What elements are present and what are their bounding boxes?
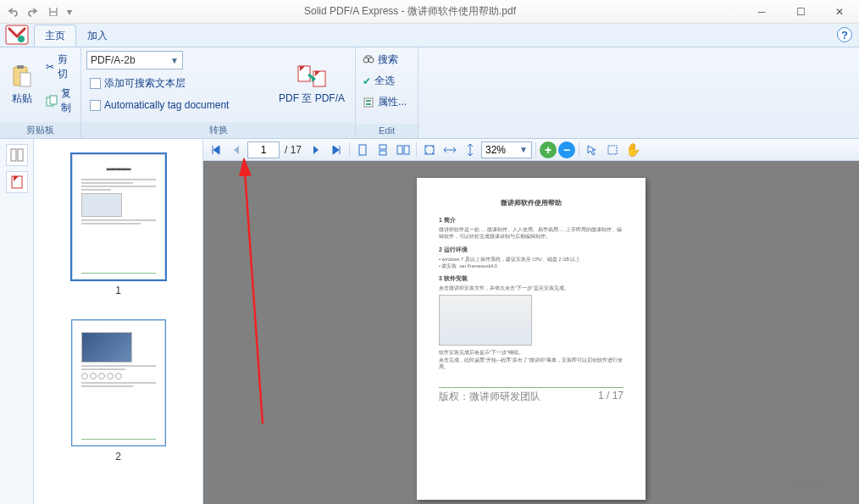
window-title: Solid PDF/A Express - 微讲师软件使用帮助.pdf [78, 4, 742, 19]
checkbox-icon [90, 100, 101, 111]
pdf-to-pdfa-label: PDF 至 PDF/A [279, 91, 345, 106]
select-all-button[interactable]: ✔全选 [359, 72, 410, 90]
chevron-down-icon: ▼ [170, 56, 179, 65]
check-icon: ✔ [363, 75, 371, 87]
select-tool-button[interactable] [583, 141, 601, 159]
binoculars-icon [363, 54, 374, 66]
thumbnail-number: 1 [115, 285, 121, 296]
svg-rect-1 [51, 8, 56, 11]
svg-rect-16 [366, 103, 371, 105]
zoom-in-button[interactable]: + [540, 141, 557, 158]
svg-rect-23 [397, 146, 402, 154]
properties-button[interactable]: 属性... [359, 93, 410, 111]
svg-rect-2 [51, 13, 56, 15]
page-total-label: / 17 [281, 144, 305, 156]
checkbox-icon [90, 78, 101, 89]
pdfa-version-combo[interactable]: PDF/A-2b▼ [86, 51, 183, 69]
svg-rect-26 [608, 146, 617, 154]
single-page-view-button[interactable] [353, 141, 372, 159]
svg-rect-6 [17, 65, 24, 69]
paste-button[interactable]: 粘贴 [5, 51, 39, 119]
checkbox-auto-tag[interactable]: Automatically tag document [86, 97, 232, 113]
first-page-button[interactable] [207, 141, 225, 159]
installer-screenshot [439, 295, 532, 346]
next-page-button[interactable] [307, 141, 325, 159]
help-icon[interactable]: ? [837, 27, 852, 42]
side-icon-rail [0, 139, 34, 504]
quick-access-toolbar: ▾ [0, 3, 78, 21]
marquee-tool-button[interactable] [603, 141, 622, 159]
app-logo[interactable] [0, 23, 34, 47]
cut-button[interactable]: ✂剪切 [42, 51, 75, 83]
page-canvas[interactable]: 微讲师软件使用帮助 1 简介微讲师软件是一款......微课制作、人人使用、易学… [203, 161, 859, 504]
copy-button[interactable]: 复制 [42, 85, 75, 117]
group-convert: PDF/A-2b▼ 添加可搜索文本层 Automatically tag doc… [81, 47, 356, 138]
thumbnail-page-2[interactable] [72, 320, 165, 446]
zoom-out-button[interactable]: − [558, 141, 575, 158]
tab-home[interactable]: 主页 [34, 25, 76, 47]
svg-rect-20 [359, 145, 366, 155]
close-button[interactable]: ✕ [820, 0, 859, 24]
group-edit-label: Edit [356, 124, 418, 138]
continuous-view-button[interactable] [374, 141, 392, 159]
fit-height-button[interactable] [461, 141, 479, 159]
titlebar: ▾ Solid PDF/A Express - 微讲师软件使用帮助.pdf ─ … [0, 0, 859, 24]
hand-icon: ✋ [625, 142, 641, 158]
pdf-to-pdfa-button[interactable]: PDF 至 PDF/A [274, 51, 350, 119]
thumbnail-panel: ━━━━ 1 2 [34, 139, 203, 504]
svg-point-4 [18, 36, 25, 42]
chevron-down-icon: ▼ [519, 145, 528, 154]
svg-rect-21 [380, 145, 386, 149]
document-viewer: / 17 32%▼ + − ✋ 微讲师软件使用帮助 1 简介微讲师软件是一款..… [203, 139, 859, 504]
page-number-input[interactable] [247, 141, 280, 158]
scissors-icon: ✂ [46, 61, 54, 73]
svg-rect-9 [50, 96, 57, 104]
thumbnails-panel-button[interactable] [6, 144, 28, 166]
minimize-button[interactable]: ─ [742, 0, 781, 24]
svg-rect-15 [366, 100, 371, 102]
svg-rect-19 [12, 176, 22, 188]
svg-rect-17 [11, 149, 16, 161]
svg-rect-22 [380, 151, 386, 155]
maximize-button[interactable]: ☐ [781, 0, 820, 24]
thumbnail-item[interactable]: 2 [72, 320, 165, 462]
properties-icon [363, 97, 374, 108]
zoom-combo[interactable]: 32%▼ [481, 141, 532, 158]
qat-redo[interactable] [24, 3, 42, 21]
group-edit: 搜索 ✔全选 属性... Edit [356, 47, 418, 138]
thumbnail-number: 2 [115, 451, 121, 462]
copy-icon [46, 95, 58, 107]
qat-dropdown[interactable]: ▾ [64, 3, 75, 21]
viewer-toolbar: / 17 32%▼ + − ✋ [203, 139, 859, 161]
page-content: 微讲师软件使用帮助 1 简介微讲师软件是一款......微课制作、人人使用、易学… [417, 178, 646, 500]
svg-rect-24 [404, 146, 409, 154]
group-convert-label: 转换 [81, 122, 355, 139]
search-button[interactable]: 搜索 [359, 51, 410, 69]
facing-view-button[interactable] [394, 141, 413, 159]
doc-title: 微讲师软件使用帮助 [439, 198, 623, 208]
window-controls: ─ ☐ ✕ [742, 0, 859, 24]
thumbnail-item[interactable]: ━━━━ 1 [72, 154, 165, 296]
svg-point-12 [363, 58, 369, 63]
fit-width-button[interactable] [441, 141, 459, 159]
main-area: ━━━━ 1 2 / 17 [0, 139, 859, 504]
prev-page-button[interactable] [227, 141, 246, 159]
bookmarks-panel-button[interactable] [6, 171, 28, 193]
paste-label: 粘贴 [12, 91, 32, 106]
group-clipboard: 粘贴 ✂剪切 复制 剪贴板 [0, 47, 81, 138]
fit-page-button[interactable] [420, 141, 439, 159]
checkbox-searchable-text[interactable]: 添加可搜索文本层 [86, 75, 232, 92]
tab-strip: 主页 加入 ? [0, 24, 859, 47]
tab-add[interactable]: 加入 [76, 25, 119, 47]
qat-undo[interactable] [3, 3, 22, 21]
ribbon: 粘贴 ✂剪切 复制 剪贴板 PDF/A-2b▼ 添加可搜索文本层 Automat… [0, 47, 859, 139]
svg-rect-14 [364, 98, 373, 107]
hand-tool-button[interactable]: ✋ [623, 141, 642, 159]
svg-rect-18 [18, 149, 23, 161]
group-clipboard-label: 剪贴板 [0, 122, 80, 139]
svg-point-13 [369, 58, 374, 63]
thumbnail-page-1[interactable]: ━━━━ [72, 154, 165, 280]
svg-rect-7 [20, 73, 30, 86]
last-page-button[interactable] [327, 141, 346, 159]
qat-save[interactable] [44, 3, 63, 21]
